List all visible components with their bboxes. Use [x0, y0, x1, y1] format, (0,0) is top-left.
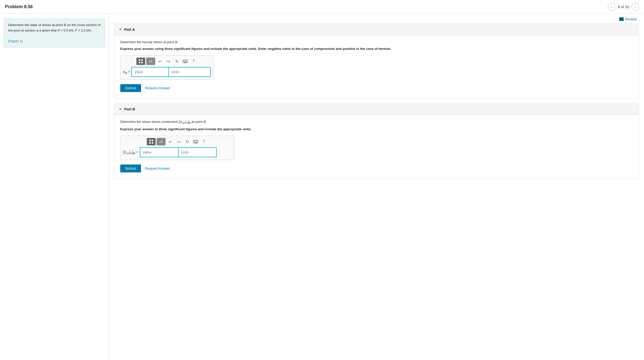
svg-rect-2: [139, 62, 140, 63]
review-bar: Review: [109, 14, 644, 24]
svg-rect-6: [184, 60, 185, 61]
problem-description: Determine the state of stress at point B…: [4, 19, 105, 47]
svg-rect-15: [152, 140, 153, 141]
part-b-action-row: Submit Request Answer: [120, 165, 633, 172]
mu-label: μÅ: [149, 60, 152, 63]
part-a-arrow-icon: ▼: [119, 28, 122, 31]
main-layout: Determine the state of stress at point B…: [0, 14, 644, 360]
keyboard-icon: [183, 60, 188, 63]
part-b-input-row: [(τxz)V]B =: [123, 147, 232, 157]
part-a-body: Determine the normal stress at point B. …: [114, 35, 639, 98]
part-b-toolbar: μÅ ↩ ↪ ↻: [123, 138, 232, 145]
part-a-input-row: σB =: [123, 67, 211, 77]
svg-rect-25: [196, 142, 196, 142]
svg-rect-7: [186, 60, 186, 61]
svg-rect-10: [184, 61, 185, 62]
part-a-question: Determine the normal stress at point B.: [120, 40, 633, 44]
part-b-question: Determine the shear stress component [(τ…: [120, 120, 633, 124]
review-link[interactable]: Review: [619, 17, 636, 21]
prev-button[interactable]: ‹: [608, 3, 615, 11]
part-b-body: Determine the shear stress component [(τ…: [114, 115, 639, 178]
review-label: Review: [625, 17, 636, 21]
redo-button[interactable]: ↪: [164, 58, 172, 65]
part-b-section: ▼ Part B Determine the shear stress comp…: [114, 103, 639, 179]
part-b-request-answer-link[interactable]: Request Answer: [145, 166, 170, 170]
svg-rect-12: [186, 61, 187, 62]
svg-rect-9: [184, 61, 184, 62]
part-b-grid-icon: [149, 139, 154, 144]
svg-rect-17: [152, 142, 153, 144]
part-b-submit-button[interactable]: Submit: [120, 165, 141, 172]
grid-icon: [138, 59, 143, 64]
svg-rect-0: [139, 59, 140, 61]
svg-rect-1: [141, 59, 143, 61]
svg-rect-19: [194, 141, 194, 141]
svg-rect-22: [197, 141, 197, 141]
part-a-instructions: Express your answer using three signific…: [120, 46, 633, 51]
part-b-header[interactable]: ▼ Part B: [114, 104, 639, 115]
undo-button[interactable]: ↩: [156, 58, 164, 65]
part-b-grid-tool-button[interactable]: [147, 138, 156, 145]
part-b-undo-button[interactable]: ↩: [166, 138, 174, 145]
next-button[interactable]: ›: [632, 3, 639, 11]
part-b-help-button[interactable]: ?: [200, 138, 208, 145]
part-a-label: σB =: [123, 70, 130, 75]
svg-rect-13: [184, 62, 186, 63]
part-b-mu-tool-button[interactable]: μÅ: [157, 138, 166, 145]
part-a-action-row: Submit Request Answer: [120, 84, 633, 92]
part-a-submit-button[interactable]: Submit: [120, 84, 141, 92]
chevron-right-icon: ›: [635, 5, 636, 9]
part-a-toolbar: μÅ ↩ ↪ ↻: [123, 58, 211, 65]
part-b-title: Part B: [124, 107, 135, 111]
chevron-left-icon: ‹: [611, 5, 612, 9]
review-icon: [619, 17, 624, 21]
figure-link[interactable]: (Figure 1): [8, 39, 23, 43]
svg-rect-27: [194, 142, 197, 143]
part-b-mu-label: μÅ: [160, 140, 163, 143]
part-a-units-input[interactable]: [168, 67, 211, 77]
part-a-input-widget: μÅ ↩ ↪ ↻: [120, 55, 214, 80]
part-b-keyboard-icon: [193, 140, 198, 143]
part-b-input-widget: μÅ ↩ ↪ ↻: [120, 136, 234, 160]
mu-tool-button[interactable]: μÅ: [146, 58, 155, 65]
part-b-arrow-icon: ▼: [119, 107, 122, 111]
svg-rect-14: [149, 140, 151, 141]
nav-controls: ‹ 8 of 10 ›: [608, 3, 639, 11]
svg-rect-11: [186, 61, 186, 62]
part-a-request-answer-link[interactable]: Request Answer: [145, 86, 170, 90]
part-a-value-input[interactable]: [132, 67, 168, 77]
part-b-label: [(τxz)V]B =: [123, 150, 138, 155]
svg-rect-3: [141, 62, 143, 63]
content-area: Review ▼ Part A Determine the normal str…: [109, 14, 644, 360]
part-a-title: Part A: [124, 27, 135, 32]
top-bar: Problem 8.56 ‹ 8 of 10 ›: [0, 0, 644, 14]
keyboard-button[interactable]: [182, 58, 189, 65]
help-button[interactable]: ?: [190, 58, 197, 65]
part-b-instructions: Express your answer to three significant…: [120, 127, 633, 132]
svg-rect-23: [194, 142, 194, 142]
nav-count: 8 of 10: [618, 5, 629, 9]
part-b-keyboard-button[interactable]: [192, 138, 199, 145]
svg-rect-21: [196, 141, 196, 141]
part-b-redo-button[interactable]: ↪: [175, 138, 182, 145]
part-b-units-input[interactable]: [178, 147, 217, 157]
part-b-reset-button[interactable]: ↻: [184, 138, 191, 145]
svg-rect-26: [197, 142, 197, 142]
svg-rect-16: [149, 142, 151, 144]
svg-rect-20: [195, 141, 195, 141]
sidebar: Determine the state of stress at point B…: [0, 14, 109, 360]
problem-text-1: Determine the state of stress at point B…: [8, 22, 101, 33]
part-b-value-input[interactable]: [140, 147, 178, 157]
part-a-section: ▼ Part A Determine the normal stress at …: [114, 24, 639, 98]
grid-tool-button[interactable]: [136, 58, 145, 65]
part-a-header[interactable]: ▼ Part A: [114, 24, 639, 35]
svg-rect-24: [195, 142, 195, 142]
svg-rect-5: [184, 60, 184, 61]
reset-button[interactable]: ↻: [173, 58, 180, 65]
problem-title: Problem 8.56: [5, 4, 33, 10]
svg-rect-8: [186, 60, 187, 61]
